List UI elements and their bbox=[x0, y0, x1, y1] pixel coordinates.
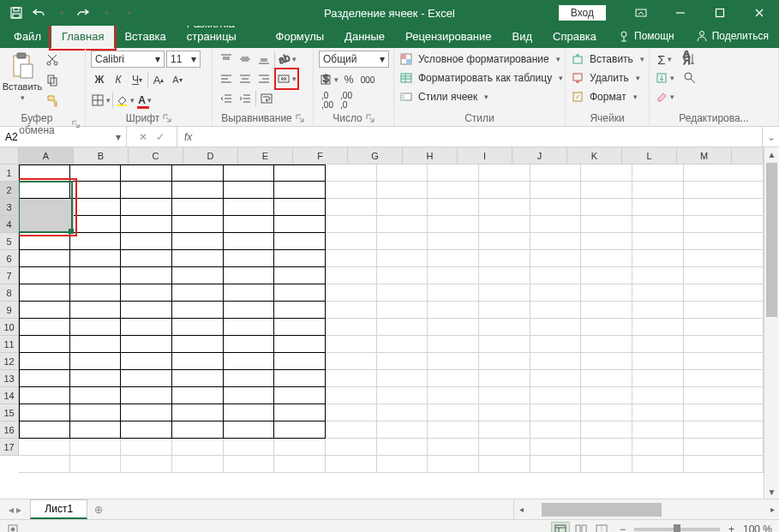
row-header[interactable]: 2 bbox=[0, 182, 18, 199]
cell[interactable] bbox=[19, 353, 70, 370]
cell[interactable] bbox=[581, 250, 632, 267]
cell[interactable] bbox=[274, 164, 326, 182]
cell[interactable] bbox=[479, 216, 530, 233]
cell[interactable] bbox=[326, 421, 377, 439]
cell[interactable] bbox=[530, 456, 582, 473]
decrease-decimal-icon[interactable]: ,00,0 bbox=[338, 92, 355, 109]
merge-center-icon[interactable] bbox=[277, 70, 297, 87]
cell[interactable] bbox=[172, 216, 224, 233]
cell[interactable] bbox=[172, 319, 224, 336]
fx-icon[interactable]: fx bbox=[177, 127, 199, 146]
fill-color-icon[interactable] bbox=[115, 92, 135, 109]
cell[interactable] bbox=[530, 439, 582, 456]
cell[interactable] bbox=[684, 439, 764, 456]
cell[interactable] bbox=[581, 164, 632, 182]
cell[interactable] bbox=[632, 199, 684, 216]
cell[interactable] bbox=[530, 421, 582, 439]
font-size-combo[interactable]: 11▾ bbox=[166, 51, 201, 68]
cell[interactable] bbox=[19, 439, 70, 456]
cell[interactable] bbox=[632, 370, 684, 387]
cell[interactable] bbox=[479, 353, 530, 370]
cell[interactable] bbox=[274, 404, 326, 421]
cell[interactable] bbox=[19, 216, 70, 233]
cell[interactable] bbox=[19, 250, 70, 267]
cell[interactable] bbox=[479, 336, 530, 353]
conditional-formatting-button[interactable]: Условное форматирование bbox=[399, 51, 563, 68]
cell[interactable] bbox=[224, 421, 275, 439]
cell[interactable] bbox=[172, 353, 224, 370]
tab-view[interactable]: Вид bbox=[501, 26, 542, 48]
tab-tell-me[interactable]: Помощн bbox=[607, 25, 685, 48]
format-painter-icon[interactable] bbox=[43, 92, 62, 111]
cell[interactable] bbox=[326, 284, 377, 302]
underline-button[interactable]: Ч▾ bbox=[129, 71, 146, 88]
cell[interactable] bbox=[530, 404, 582, 421]
cell[interactable] bbox=[684, 164, 764, 182]
cell-grid[interactable]: /* rows generated below via template */ bbox=[19, 164, 764, 473]
cell[interactable] bbox=[274, 319, 326, 336]
cell[interactable] bbox=[428, 387, 479, 404]
paste-button[interactable]: Вставить ▾ bbox=[5, 51, 39, 102]
shrink-font-icon[interactable]: A▾ bbox=[169, 71, 186, 88]
sort-filter-icon[interactable]: AЯ bbox=[681, 51, 698, 68]
cell[interactable] bbox=[428, 250, 479, 267]
cell[interactable] bbox=[530, 370, 582, 387]
formula-input[interactable] bbox=[199, 127, 762, 146]
cell[interactable] bbox=[581, 267, 632, 284]
column-header[interactable]: B bbox=[74, 147, 129, 164]
cell[interactable] bbox=[479, 387, 530, 404]
grow-font-icon[interactable]: A▴ bbox=[150, 71, 167, 88]
cell[interactable] bbox=[326, 302, 377, 319]
comma-icon[interactable]: 000 bbox=[359, 71, 376, 88]
redo-dropdown[interactable] bbox=[96, 3, 115, 22]
cell[interactable] bbox=[581, 182, 632, 199]
tab-data[interactable]: Данные bbox=[334, 26, 395, 48]
cell[interactable] bbox=[684, 404, 764, 421]
format-as-table-button[interactable]: Форматировать как таблицу bbox=[399, 69, 563, 87]
cell[interactable] bbox=[377, 387, 428, 404]
cell[interactable] bbox=[530, 250, 582, 267]
cell[interactable] bbox=[224, 199, 275, 216]
row-header[interactable]: 9 bbox=[0, 302, 18, 319]
cell[interactable] bbox=[479, 456, 530, 473]
tab-help[interactable]: Справка bbox=[542, 26, 607, 48]
cell[interactable] bbox=[581, 284, 632, 302]
cell[interactable] bbox=[377, 456, 428, 473]
increase-indent-icon[interactable] bbox=[237, 90, 254, 107]
cell[interactable] bbox=[274, 370, 326, 387]
cell[interactable] bbox=[224, 250, 275, 267]
align-top-icon[interactable] bbox=[218, 51, 235, 68]
row-header[interactable]: 12 bbox=[0, 353, 18, 370]
cell[interactable] bbox=[632, 319, 684, 336]
cell[interactable] bbox=[684, 336, 764, 353]
cell[interactable] bbox=[70, 387, 122, 404]
cell[interactable] bbox=[326, 439, 377, 456]
cell[interactable] bbox=[377, 250, 428, 267]
cell[interactable] bbox=[70, 370, 122, 387]
percent-icon[interactable]: % bbox=[340, 71, 357, 88]
column-header[interactable]: I bbox=[458, 147, 512, 164]
cell[interactable] bbox=[326, 456, 377, 473]
select-all-corner[interactable] bbox=[0, 147, 19, 164]
cell[interactable] bbox=[70, 439, 122, 456]
zoom-out-icon[interactable]: − bbox=[620, 523, 626, 533]
cell[interactable] bbox=[19, 199, 70, 216]
cell[interactable] bbox=[172, 336, 224, 353]
cell[interactable] bbox=[632, 250, 684, 267]
cell[interactable] bbox=[530, 164, 582, 182]
cell[interactable] bbox=[479, 182, 530, 199]
cell[interactable] bbox=[224, 267, 275, 284]
cell[interactable] bbox=[224, 182, 275, 199]
cell[interactable] bbox=[530, 182, 582, 199]
cell[interactable] bbox=[70, 302, 122, 319]
page-layout-view-icon[interactable] bbox=[572, 522, 590, 533]
cell[interactable] bbox=[684, 456, 764, 473]
clear-icon[interactable] bbox=[655, 88, 674, 105]
cell[interactable] bbox=[428, 267, 479, 284]
save-icon[interactable] bbox=[7, 3, 26, 22]
expand-formula-bar-icon[interactable]: ⌄ bbox=[762, 127, 779, 146]
cell[interactable] bbox=[224, 336, 275, 353]
row-header[interactable]: 13 bbox=[0, 370, 18, 387]
cell[interactable] bbox=[19, 404, 70, 421]
cell[interactable] bbox=[70, 284, 122, 302]
